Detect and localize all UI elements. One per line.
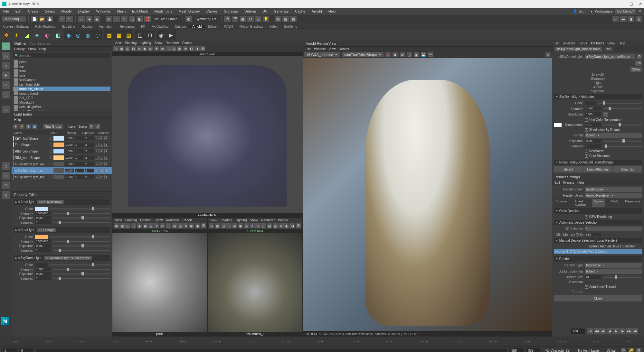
new-group-button[interactable]: New Group: [43, 124, 63, 129]
vp-tool-13[interactable]: ◐: [189, 223, 194, 228]
vp-tool-6[interactable]: ◎: [148, 223, 154, 228]
vp-tool-12[interactable]: ⊗: [183, 223, 188, 228]
menu-uv[interactable]: UV: [259, 9, 270, 13]
vp-tool-14[interactable]: ◑: [194, 46, 200, 51]
vp-tool-0[interactable]: ⊞: [209, 223, 214, 228]
vp-tool-13[interactable]: ◐: [189, 46, 194, 51]
shelf-tab-poly-modeling[interactable]: Poly Modeling: [32, 25, 59, 28]
arnold-play-icon[interactable]: ▶: [385, 52, 391, 57]
arnold-save-icon[interactable]: 💾: [421, 52, 426, 57]
shelf-tab-arnold[interactable]: Arnold: [189, 25, 205, 28]
toggle-ui4-icon[interactable]: ▯: [636, 16, 642, 22]
layout-four[interactable]: ⊞: [2, 172, 10, 180]
vp-tool-6[interactable]: ◎: [244, 223, 249, 228]
overscan-field[interactable]: [585, 282, 601, 283]
vp-tool-10[interactable]: ▤: [172, 223, 177, 228]
op-1-icon[interactable]: ◫: [136, 31, 144, 39]
vp-tool-7[interactable]: ☀: [154, 46, 159, 51]
range-end-2[interactable]: 359: [526, 348, 540, 352]
vp-tool-1[interactable]: ▦: [119, 223, 125, 228]
menu-mesh[interactable]: Mesh: [114, 9, 129, 13]
arnold-crop-icon[interactable]: ▣: [414, 52, 419, 57]
select-mode-icon[interactable]: ◉: [94, 16, 100, 22]
rotate-tool[interactable]: ⟳: [2, 81, 10, 89]
autokey-icon[interactable]: 🔑: [629, 348, 634, 352]
layout-side[interactable]: ◫: [2, 181, 10, 189]
open-scene-icon[interactable]: 📂: [39, 16, 45, 22]
go-start-icon[interactable]: ⏮: [587, 328, 593, 334]
shelf-tab-curves-surfaces[interactable]: Curves / Surfaces: [0, 25, 32, 28]
shelf-tab-motion-graphics[interactable]: Motion Graphics: [236, 25, 266, 28]
vp-tool-0[interactable]: ⊞: [114, 223, 119, 228]
node-name-field[interactable]: aiSkyDomeLight_sunsetShape: [585, 54, 635, 59]
ws-close-icon[interactable]: ✕: [639, 9, 641, 14]
step-fwd-key-icon[interactable]: ▶▶: [626, 328, 632, 334]
copy-tab-button[interactable]: Copy Tab: [613, 166, 642, 172]
vp-tool-9[interactable]: ⬚: [261, 223, 266, 228]
snap-view-icon[interactable]: ◧: [137, 16, 143, 22]
vp-tool-8[interactable]: ▭: [160, 223, 165, 228]
tex-2-icon[interactable]: ▩: [115, 31, 123, 39]
snap-grid-icon[interactable]: ⊞: [106, 16, 112, 22]
play-fwd-icon[interactable]: ▶: [613, 328, 619, 334]
preset-p-button[interactable]: P: [637, 54, 642, 59]
hist-icon[interactable]: ⏱: [224, 16, 231, 22]
menu-file[interactable]: File: [0, 9, 12, 13]
viewport-free[interactable]: [208, 233, 302, 332]
outliner-item[interactable]: turntable_locator: [13, 87, 110, 91]
vp-tool-15[interactable]: ⦿: [200, 46, 205, 51]
shelf-tab-fx-caching[interactable]: FX Caching: [148, 25, 172, 28]
shelf-tab-mash[interactable]: MASH: [221, 25, 236, 28]
new-scene-icon[interactable]: 📄: [31, 16, 38, 22]
vp-tool-13[interactable]: ◐: [284, 223, 289, 228]
vp-tool-14[interactable]: ◑: [290, 223, 295, 228]
outliner-tree[interactable]: persptopfrontsidefreeCameracamTurnTablet…: [12, 60, 112, 111]
shelf-tab-rigging[interactable]: Rigging: [78, 25, 96, 28]
hypershade-icon[interactable]: ◎: [255, 16, 261, 22]
attr-color-swatch[interactable]: [585, 101, 596, 105]
normalize-checkbox[interactable]: ✓Normalize: [585, 149, 604, 153]
shelf-tab-rendering[interactable]: Rendering: [117, 25, 138, 28]
res-link-icon[interactable]: ⬚: [603, 112, 608, 117]
vp-tool-3[interactable]: ⊡: [226, 223, 232, 228]
vp-tool-15[interactable]: ⦿: [296, 223, 301, 228]
go-end-icon[interactable]: ⏭: [632, 328, 638, 334]
resolution-field[interactable]: 1000: [585, 112, 601, 116]
bucket-size-field[interactable]: 64: [585, 275, 601, 279]
manual-dev-section[interactable]: Manual Device Selection (Local Render): [554, 238, 642, 243]
light-row[interactable]: aiSkyDomeLight_nightShapeC1.00012✓⊙⊗: [12, 174, 112, 180]
le-area-icon[interactable]: ✦: [13, 124, 18, 129]
arnold-close-icon[interactable]: ✕: [545, 52, 551, 57]
le-sky-icon[interactable]: ☀: [19, 124, 24, 129]
menu-cache[interactable]: Cache: [292, 9, 308, 13]
snap-point-icon[interactable]: ⊙: [121, 16, 128, 22]
prefs-icon[interactable]: ⚙: [636, 348, 641, 352]
light-portal-icon[interactable]: ◧: [53, 31, 62, 39]
vp-tool-10[interactable]: ▤: [171, 46, 176, 51]
vp-tool-5[interactable]: ◉: [238, 223, 243, 228]
light-sun-icon[interactable]: ☀: [12, 31, 21, 39]
bucket-scan-select[interactable]: hilbert: [585, 269, 642, 274]
vp-tool-5[interactable]: ◉: [143, 223, 148, 228]
optix-section[interactable]: Optix Denoiser: [554, 208, 642, 214]
load-attributes-button[interactable]: Load Attributes: [583, 166, 612, 172]
exposure-slider[interactable]: [603, 141, 642, 142]
vp-tool-1[interactable]: ▦: [119, 46, 124, 51]
char-set-select[interactable]: No Character Set: [543, 349, 573, 352]
shadows-checkbox[interactable]: ✓Cast Shadows: [585, 154, 610, 158]
attr-node-tab-2[interactable]: file1: [604, 47, 613, 51]
menu-mesh-display[interactable]: Mesh Display: [175, 9, 203, 13]
le-refresh-icon[interactable]: ⟳: [89, 124, 94, 129]
le-photo-icon[interactable]: ◉: [32, 124, 37, 129]
outliner-item[interactable]: side: [13, 73, 110, 78]
outliner-item[interactable]: groundStandIn: [13, 91, 110, 96]
module-selector[interactable]: Modeling: [2, 16, 26, 22]
menu-create[interactable]: Create: [25, 9, 42, 13]
menu-curves[interactable]: Curves: [203, 9, 221, 13]
notes-section[interactable]: Notes: aiSkyDomeLight_sunsetShape: [554, 160, 642, 165]
menu-display[interactable]: Display: [75, 9, 93, 13]
arnold-region-icon[interactable]: ▢: [407, 52, 412, 57]
volume-icon[interactable]: ◎: [74, 31, 82, 39]
render-play-icon[interactable]: ◉: [157, 31, 166, 39]
shelf-tab-bifrost[interactable]: Bifrost: [205, 25, 220, 28]
